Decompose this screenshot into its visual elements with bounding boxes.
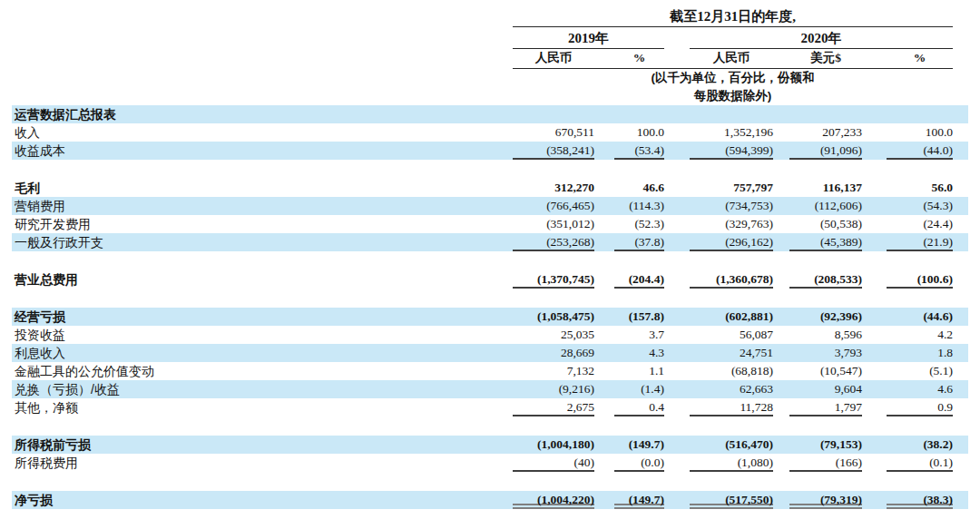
value-cell: 1.8 [887,344,953,362]
value-cell: 9,604 [789,380,862,398]
table-row: 所得税费用(40)(0.0)(1,080)(166)(0.1) [12,454,968,472]
value-cell: 4.6 [887,380,953,398]
value-cell: (1,058,475) [513,308,594,326]
value-cell: 46.6 [614,179,664,197]
row-label: 利息收入 [12,344,513,362]
value-cell: 8,596 [789,326,862,344]
units-note-line-1: (以千为单位，百分比，份额和 [513,69,953,87]
value-cell: 100.0 [614,123,664,142]
section-gap [12,416,968,436]
value-cell: (53.4) [614,142,664,160]
value-cell: (79,319) [789,491,862,509]
value-cell: (40) [513,454,594,472]
value-cell: (0.0) [614,454,664,472]
year-2020-header: 2020年 [690,27,953,49]
value-cell: (112,606) [789,197,862,215]
table-row: 一般及行政开支(253,268)(37.8)(296,162)(45,389)(… [12,233,968,251]
value-cell: (38.3) [887,491,953,509]
value-cell: 670,511 [513,123,594,142]
section-gap [12,160,968,179]
value-cell: (44.6) [887,308,953,326]
value-cell: (351,012) [513,215,594,233]
value-cell: 2,675 [513,398,594,416]
value-cell: (50,538) [789,215,862,233]
row-label: 收入 [12,123,513,142]
value-cell: (37.8) [614,233,664,251]
row-label: 研究开发费用 [12,215,513,233]
column-header: % [614,49,664,68]
value-cell: 24,751 [690,344,773,362]
value-cell: (602,881) [690,308,773,326]
value-cell: 1,797 [789,398,862,416]
table-row: 其他，净额2,6750.411,7281,7970.9 [12,398,968,416]
value-cell: (516,470) [690,436,773,454]
value-cell: 25,035 [513,326,594,344]
table-row: 营销费用(766,465)(114.3)(734,753)(112,606)(5… [12,197,968,215]
value-cell: 7,132 [513,362,594,380]
row-label: 其他，净额 [12,398,513,416]
value-cell: 4.2 [887,326,953,344]
units-note-row-1: (以千为单位，百分比，份额和 [12,69,968,87]
row-label: 营销费用 [12,197,513,215]
value-cell: (21.9) [887,233,953,251]
value-cell: (1,360,678) [690,270,773,289]
value-cell: (100.6) [887,270,953,289]
row-label: 投资收益 [12,326,513,344]
value-cell: (91,096) [789,142,862,160]
value-cell: (1,080) [690,454,773,472]
year-2019-header: 2019年 [513,27,664,49]
value-cell: (149.7) [614,436,664,454]
row-label: 一般及行政开支 [12,233,513,251]
row-label: 兑换（亏损）/收益 [12,380,513,398]
column-header: 美元$ [789,49,862,68]
column-headers: 人民币%人民币美元$% [513,49,953,69]
value-cell: (517,550) [690,491,773,509]
value-cell: (1,370,745) [513,270,594,289]
value-cell: (9,216) [513,380,594,398]
value-cell: (253,268) [513,233,594,251]
value-cell: 116,137 [789,179,862,197]
value-cell: (1,004,180) [513,436,594,454]
value-cell: 1,352,196 [690,123,773,142]
value-cell: 56.0 [887,179,953,197]
value-cell: (204.4) [614,270,664,289]
value-cell: (44.0) [887,142,953,160]
year-header-row: 2019年 2020年 [12,27,968,49]
value-cell: 3.7 [614,326,664,344]
column-header: 人民币 [513,49,594,68]
value-cell [887,105,953,123]
value-cell: (68,818) [690,362,773,380]
value-cell: (296,162) [690,233,773,251]
value-cell: 11,728 [690,398,773,416]
value-cell: (1,004,220) [513,491,594,509]
value-cell: (0.1) [887,454,953,472]
value-cell: 62,663 [690,380,773,398]
value-cell: 312,270 [513,179,594,197]
units-note-row-2: 每股数据除外) [12,87,968,105]
value-cell: (594,399) [690,142,773,160]
table-row: 研究开发费用(351,012)(52.3)(329,763)(50,538)(2… [12,215,968,233]
value-cell: 28,669 [513,344,594,362]
table-row: 毛利312,27046.6757,797116,13756.0 [12,179,968,197]
column-header-row: 人民币%人民币美元$% [12,49,968,69]
value-cell: (157.8) [614,308,664,326]
value-cell: (149.7) [614,491,664,509]
table-row: 兑换（亏损）/收益(9,216)(1.4)62,6639,6044.6 [12,380,968,398]
value-cell: 0.9 [887,398,953,416]
units-note-line-2: 每股数据除外) [513,87,953,105]
value-cell [690,105,773,123]
table-row: 收益成本(358,241)(53.4)(594,399)(91,096)(44.… [12,142,968,160]
section-gap [12,289,968,308]
row-label: 所得税前亏损 [12,436,513,454]
table-row: 金融工具的公允价值变动7,1321.1(68,818)(10,547)(5.1) [12,362,968,380]
value-cell: (24.4) [887,215,953,233]
row-label: 金融工具的公允价值变动 [12,362,513,380]
row-label: 营业总费用 [12,270,513,289]
value-cell [614,105,664,123]
section-gap [12,472,968,491]
value-cell: (766,465) [513,197,594,215]
value-cell: 1.1 [614,362,664,380]
table-row: 净亏损(1,004,220)(149.7)(517,550)(79,319)(3… [12,491,968,509]
value-cell: (114.3) [614,197,664,215]
value-cell: (329,763) [690,215,773,233]
